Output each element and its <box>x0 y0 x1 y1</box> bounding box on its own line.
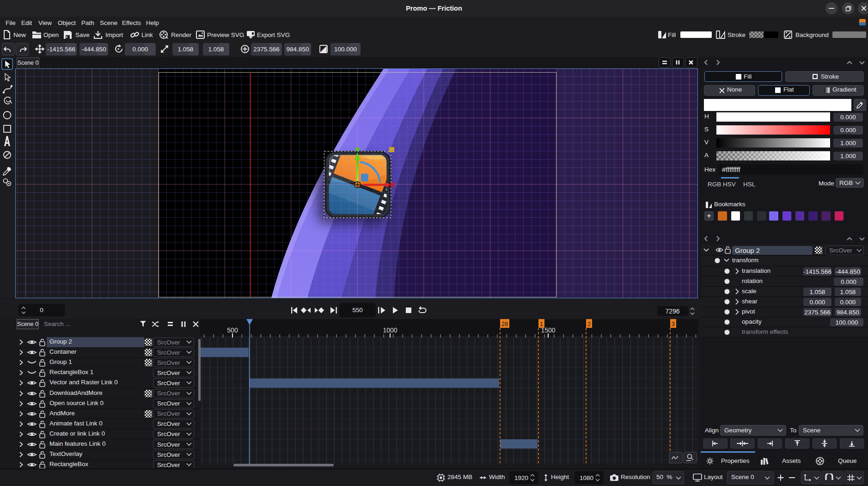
svg-text:1: 1 <box>540 321 543 327</box>
svg-text:500: 500 <box>227 326 238 334</box>
svg-text:1000: 1000 <box>383 326 397 334</box>
svg-text:2: 2 <box>587 321 591 327</box>
svg-text:3: 3 <box>672 321 675 327</box>
svg-text:28: 28 <box>501 321 508 327</box>
